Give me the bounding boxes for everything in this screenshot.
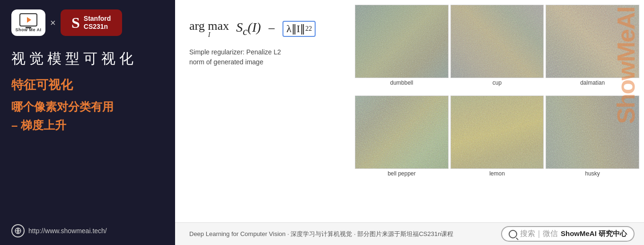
grid-image-cup bbox=[450, 5, 544, 78]
svg-rect-9 bbox=[451, 96, 544, 168]
search-box[interactable]: 搜索｜微信 ShowMeAI 研究中心 bbox=[501, 226, 635, 242]
link-icon bbox=[11, 224, 25, 237]
formula-box: arg max I Sc(I) − λ‖I‖22 Simple regulari… bbox=[189, 19, 341, 67]
arg-part: arg max I bbox=[189, 19, 229, 39]
grid-image-bell-pepper bbox=[355, 96, 449, 169]
logo-area: Show Me AI × S Stanford CS231n bbox=[11, 9, 164, 36]
stanford-line1: Stanford bbox=[84, 15, 111, 23]
svg-rect-5 bbox=[546, 5, 639, 78]
subtitle-feature: 特征可视化 bbox=[11, 77, 164, 93]
showmeai-logo: Show Me AI bbox=[11, 9, 45, 36]
main-content: arg max I Sc(I) − λ‖I‖22 Simple regulari… bbox=[175, 0, 644, 245]
grid-label-cup: cup bbox=[493, 79, 502, 86]
subtitle-gradient: – 梯度上升 bbox=[11, 117, 164, 133]
grid-image-dalmatian bbox=[546, 5, 639, 78]
stanford-badge: S Stanford CS231n bbox=[61, 9, 122, 36]
grid-cell-cup: cup bbox=[450, 5, 544, 94]
sidebar: Show Me AI × S Stanford CS231n 视觉模型可视化 特… bbox=[0, 0, 175, 245]
grid-cell-husky: husky bbox=[546, 96, 639, 184]
bottom-description: Deep Learning for Computer Vision · 深度学习… bbox=[189, 230, 453, 238]
stanford-text: Stanford CS231n bbox=[84, 15, 111, 31]
sc-part: Sc(I) bbox=[236, 20, 261, 38]
bottom-link[interactable]: http://www.showmeai.tech/ bbox=[11, 224, 164, 237]
formula-math: arg max I Sc(I) − λ‖I‖22 bbox=[189, 19, 316, 39]
grid-label-lemon: lemon bbox=[489, 170, 505, 177]
grid-image-lemon bbox=[450, 96, 544, 169]
stanford-s-letter: S bbox=[71, 15, 80, 30]
grid-label-dalmatian: dalmatian bbox=[580, 79, 605, 86]
image-grid-section: ShowMeAI dumbbell bbox=[355, 0, 644, 222]
minus-sign: − bbox=[268, 21, 275, 36]
grid-label-dumbbell: dumbbell bbox=[390, 79, 413, 86]
svg-rect-11 bbox=[546, 96, 639, 168]
lambda-term: λ‖I‖22 bbox=[282, 21, 316, 37]
x-separator: × bbox=[50, 18, 56, 28]
grid-image-dumbbell bbox=[355, 5, 449, 78]
monitor-icon bbox=[19, 13, 37, 26]
svg-rect-1 bbox=[355, 5, 448, 78]
svg-rect-3 bbox=[451, 5, 544, 78]
subtitle-pixel: 哪个像素对分类有用 bbox=[11, 99, 164, 115]
image-grid: dumbbell cup bbox=[355, 5, 639, 184]
formula-section: arg max I Sc(I) − λ‖I‖22 Simple regulari… bbox=[175, 0, 355, 222]
search-brand-label: ShowMeAI 研究中心 bbox=[561, 229, 627, 238]
grid-image-husky bbox=[546, 96, 639, 169]
search-divider: 搜索｜微信 bbox=[520, 229, 558, 239]
grid-label-bell-pepper: bell pepper bbox=[388, 170, 415, 177]
grid-label-husky: husky bbox=[585, 170, 600, 177]
grid-cell-lemon: lemon bbox=[450, 96, 544, 184]
search-icon bbox=[509, 230, 517, 238]
grid-cell-dumbbell: dumbbell bbox=[355, 5, 449, 94]
play-icon bbox=[27, 17, 31, 23]
grid-cell-dalmatian: dalmatian bbox=[546, 5, 639, 94]
bottom-bar: Deep Learning for Computer Vision · 深度学习… bbox=[175, 222, 644, 245]
main-title: 视觉模型可视化 bbox=[11, 49, 164, 68]
stanford-line2: CS231n bbox=[84, 23, 111, 31]
content-body: arg max I Sc(I) − λ‖I‖22 Simple regulari… bbox=[175, 0, 644, 222]
grid-cell-bell-pepper: bell pepper bbox=[355, 96, 449, 184]
website-link[interactable]: http://www.showmeai.tech/ bbox=[28, 227, 107, 235]
formula-description: Simple regularizer: Penalize L2 norm of … bbox=[189, 47, 281, 67]
svg-rect-7 bbox=[355, 96, 448, 168]
